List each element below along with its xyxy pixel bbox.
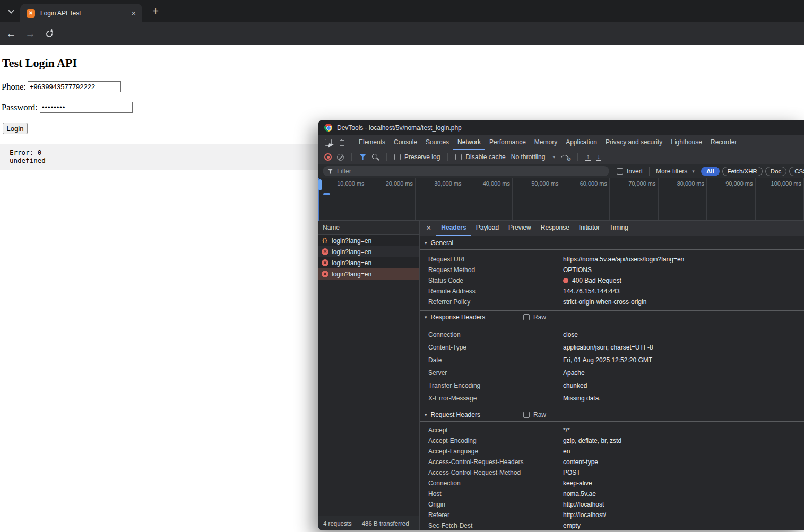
header-value: https://noma.5v.ae/api/users/login?lang=… xyxy=(563,256,804,263)
raw-toggle: Raw xyxy=(523,313,546,321)
browser-tabstrip: ✕ Login API Test × + xyxy=(0,0,804,22)
devtools-tab[interactable]: Console xyxy=(390,135,421,150)
transferred-size: 486 B transferred xyxy=(362,520,409,527)
request-row[interactable]: login?lang=en xyxy=(318,257,419,268)
timeline-overview[interactable]: 10,000 ms20,000 ms30,000 ms40,000 ms50,0… xyxy=(318,178,804,221)
devtools-tab[interactable]: Application xyxy=(561,135,601,150)
request-list-panel: Name login?lang=en login?lang=en login?l… xyxy=(318,221,419,530)
login-button[interactable]: Login xyxy=(3,123,28,134)
inspect-element-icon[interactable] xyxy=(325,139,332,146)
filter-chip[interactable]: All xyxy=(701,167,720,176)
password-input[interactable] xyxy=(40,102,133,113)
throttling-select[interactable]: No throttling ▾ xyxy=(511,153,555,161)
request-detail-tab[interactable]: Timing xyxy=(604,221,633,236)
divider xyxy=(357,520,357,527)
devtools-tab[interactable]: Network xyxy=(453,135,485,150)
request-table-header[interactable]: Name xyxy=(318,221,419,235)
timeline-handle[interactable] xyxy=(318,179,322,190)
section-header[interactable]: ▾ Response Headers Raw xyxy=(420,310,804,324)
devtools-tab[interactable]: Sources xyxy=(421,135,453,150)
header-row: Accept */* xyxy=(420,425,804,435)
raw-checkbox[interactable] xyxy=(523,314,530,320)
network-filterbar: Filter Invert More filters ▾ AllFetch/XH… xyxy=(318,164,804,178)
request-detail-tab[interactable]: Payload xyxy=(471,221,504,236)
header-row: Transfer-Encoding chunked xyxy=(420,379,804,392)
header-value: 400 Bad Request xyxy=(563,277,804,284)
forward-button[interactable]: → xyxy=(21,22,39,45)
request-detail-tab[interactable]: Headers xyxy=(436,221,471,236)
record-button[interactable] xyxy=(324,153,332,161)
header-value: gzip, deflate, br, zstd xyxy=(563,437,804,444)
device-toolbar-icon[interactable] xyxy=(336,139,344,146)
section-header[interactable]: ▾ General xyxy=(420,236,804,250)
raw-checkbox[interactable] xyxy=(523,412,530,418)
devtools-tab[interactable]: Recorder xyxy=(706,135,741,150)
clear-button[interactable] xyxy=(337,154,344,161)
header-value-text: content-type xyxy=(563,458,598,466)
reload-button[interactable] xyxy=(40,22,58,45)
devtools-tab[interactable]: Elements xyxy=(355,135,390,150)
devtools-tab[interactable]: Lighthouse xyxy=(667,135,706,150)
header-key: Referer xyxy=(428,511,563,519)
back-button[interactable]: ← xyxy=(2,22,20,45)
phone-label: Phone: xyxy=(2,82,26,92)
header-value-text: close xyxy=(563,331,578,338)
header-value-text: gzip, deflate, br, zstd xyxy=(563,437,621,444)
header-value: http://localhost/ xyxy=(563,511,804,519)
phone-input[interactable] xyxy=(28,81,121,92)
search-icon[interactable] xyxy=(371,153,379,161)
new-tab-button[interactable]: + xyxy=(149,4,162,18)
tab-close-button[interactable]: × xyxy=(131,9,136,17)
section-header[interactable]: ▾ Request Headers Raw xyxy=(420,408,804,422)
request-detail-tab[interactable]: Preview xyxy=(504,221,536,236)
request-detail-tab[interactable]: Response xyxy=(536,221,574,236)
request-detail-tabs: HeadersPayloadPreviewResponseInitiatorTi… xyxy=(436,221,633,236)
request-row[interactable]: login?lang=en xyxy=(318,235,419,246)
filter-chip[interactable]: Fetch/XHR xyxy=(722,167,763,176)
browser-tab[interactable]: ✕ Login API Test × xyxy=(20,4,142,22)
request-row[interactable]: login?lang=en xyxy=(318,268,419,280)
filter-toggle-icon[interactable] xyxy=(359,154,366,160)
back-arrow-icon: ← xyxy=(6,28,16,40)
header-value-text: application/json; charset=UTF-8 xyxy=(563,344,653,351)
divider xyxy=(352,138,352,147)
import-har-icon[interactable]: ↑ xyxy=(585,154,591,161)
header-row: Accept-Encoding gzip, deflate, br, zstd xyxy=(420,435,804,446)
header-value-text: https://noma.5v.ae/api/users/login?lang=… xyxy=(563,256,684,263)
filter-chip[interactable]: CSS xyxy=(789,167,804,176)
export-har-icon[interactable]: ↓ xyxy=(596,154,601,161)
header-value-text: 400 Bad Request xyxy=(572,277,621,284)
more-filters-label: More filters xyxy=(656,168,687,175)
filter-placeholder: Filter xyxy=(337,168,351,175)
header-value: strict-origin-when-cross-origin xyxy=(563,298,804,306)
request-details-panel: × HeadersPayloadPreviewResponseInitiator… xyxy=(419,221,804,530)
more-filters-button[interactable]: More filters ▾ xyxy=(656,168,695,175)
close-details-button[interactable]: × xyxy=(426,224,431,232)
result-text: Error: 0 undefined xyxy=(10,149,46,164)
devtools-title: DevTools - localhost/5v/noma/test_login.… xyxy=(337,124,462,132)
raw-label: Raw xyxy=(533,313,546,321)
tab-search-button[interactable] xyxy=(4,5,18,19)
network-conditions-icon[interactable] xyxy=(560,154,570,161)
header-value-text: chunked xyxy=(563,382,587,389)
chevron-down-icon xyxy=(8,7,14,13)
invert-checkbox[interactable] xyxy=(617,168,623,175)
header-value: keep-alive xyxy=(563,479,804,487)
devtools-tab[interactable]: Privacy and security xyxy=(601,135,667,150)
request-detail-tab[interactable]: Initiator xyxy=(574,221,604,236)
caret-down-icon: ▾ xyxy=(552,154,555,160)
preserve-log-checkbox[interactable] xyxy=(394,154,401,160)
request-row[interactable]: login?lang=en xyxy=(318,246,419,257)
header-key: Server xyxy=(428,369,563,377)
header-value: Apache xyxy=(563,369,804,377)
devtools-titlebar[interactable]: DevTools - localhost/5v/noma/test_login.… xyxy=(318,120,804,135)
filter-input[interactable]: Filter xyxy=(323,166,609,176)
disable-cache-checkbox[interactable] xyxy=(455,154,462,160)
header-key: Referrer Policy xyxy=(428,298,563,306)
request-status-icon xyxy=(322,259,328,266)
header-row: Referrer Policy strict-origin-when-cross… xyxy=(420,296,804,307)
devtools-tab[interactable]: Memory xyxy=(530,135,561,150)
header-value-text: keep-alive xyxy=(563,479,592,487)
filter-chip[interactable]: Doc xyxy=(765,167,786,176)
devtools-tab[interactable]: Performance xyxy=(485,135,530,150)
